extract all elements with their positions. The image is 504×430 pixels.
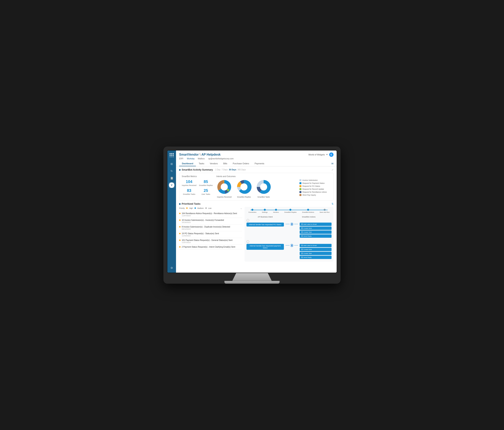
tab-vendors[interactable]: Vendors — [207, 161, 220, 166]
svg-point-9 — [221, 183, 228, 191]
legend-short-pay: Short Pay Inquiry — [299, 194, 331, 196]
flow-group-2: Internal Sender has requested payment st… — [246, 244, 332, 260]
charts-panel: Intents and Outcomes — [216, 175, 296, 198]
sidebar-icon-settings[interactable]: ⚙ — [169, 265, 174, 271]
flow-action-1-1[interactable]: ✓ Create Note — [300, 227, 332, 230]
task-text-4: 101 Payment Status Request(s) - General … — [182, 239, 233, 241]
metric-tasks-label: SmartBot Tasks — [182, 193, 197, 195]
collapse-btn-1[interactable]: ⌄ — [246, 219, 249, 222]
legend-label-record: Request for Record Update — [302, 188, 324, 190]
sidebar-icon-grid[interactable]: ⊞ — [169, 161, 174, 167]
legend-dot-record — [299, 188, 301, 190]
action-label-1-1: Create Note — [303, 227, 312, 229]
flow-action-2-0[interactable]: ✓ Add Label to Email — [300, 244, 332, 247]
tasks-panel: Priority High Medium Low ⌄ — [179, 207, 333, 262]
filter-7days[interactable]: 7 Days — [222, 169, 228, 171]
company-dropdown-icon[interactable]: ▾ — [326, 153, 328, 156]
task-text-5: 2 Payment Status Request(s) - Intent Cla… — [182, 246, 235, 248]
task-row-2: 8 Invoice Submission(s) - Duplicate Invo… — [179, 226, 242, 228]
legend-label-payment: Request for Payment Status — [302, 182, 325, 184]
task-item-1: 10 Invoice Submission(s) - Invoice(s) Fo… — [179, 218, 242, 225]
filter-30days[interactable]: 30 Days — [229, 169, 236, 171]
metrics-panel: SmartBot Metrics 104 Inquiries Received … — [182, 175, 213, 198]
flow-intent-1: Internal Sender has requested PO Status — [246, 223, 284, 227]
legend-dot-remittance — [299, 191, 301, 193]
sidebar-icon-vendor[interactable]: V — [169, 183, 174, 188]
flow-diagram-panel: Connection Settings Vendor — [244, 207, 333, 262]
flow-step-save-run: Save and Run — [320, 209, 330, 213]
erp-value[interactable]: Workday — [187, 158, 195, 160]
app-logo — [169, 153, 174, 158]
flow-action-1-3[interactable]: ✓ Send Reply — [300, 234, 332, 238]
action-label-1-3: Send Reply — [303, 235, 311, 237]
expand-icon[interactable]: ⤢ — [332, 168, 333, 171]
flow-action-2-1[interactable]: ✓ Create Note — [300, 248, 332, 251]
flow-action-1-2[interactable]: ✓ Create Task — [300, 230, 332, 234]
flow-step-label-replies: SmartBot Replies — [284, 211, 297, 213]
task-item-3: 19 PO Status Request(s) - Status(es) Sen… — [179, 231, 242, 238]
action-check-icon: ✓ — [301, 256, 303, 258]
mail-icon[interactable]: ✉ — [331, 161, 333, 166]
flow-step-label-settings: Settings — [262, 211, 268, 213]
smartbot-arrow-icon: ▶ — [179, 168, 181, 171]
legend-label-remittance: Request for Remittance Advice — [302, 191, 327, 193]
user-avatar[interactable]: E — [329, 153, 333, 157]
action-check-icon: ✓ — [301, 223, 303, 225]
svg-point-4 — [171, 155, 172, 156]
task-indicator-0 — [179, 213, 180, 214]
svg-point-3 — [170, 155, 171, 156]
tab-bills[interactable]: Bills — [220, 161, 230, 166]
tab-payments[interactable]: Payments — [252, 161, 267, 166]
task-list: 164 Remittance Advice Request(s) - Remit… — [179, 211, 242, 249]
smartbot-title-text: SmartBot Activity Summary — [182, 168, 213, 171]
task-date-2: 09/12/2023 — [182, 228, 242, 230]
tab-tasks[interactable]: Tasks — [196, 161, 207, 166]
metric-user-tasks-label: User Tasks — [198, 193, 213, 195]
tab-purchase-orders[interactable]: Purchase Orders — [230, 161, 252, 166]
filter-365days[interactable]: 365 Days — [237, 169, 246, 171]
tab-dashboard[interactable]: Dashboard — [179, 161, 196, 166]
chart-smartbot-tasks: SmartBot Tasks — [256, 179, 271, 198]
priority-dot-low — [205, 207, 207, 209]
task-row-3: 19 PO Status Request(s) - Status(es) Sen… — [179, 232, 242, 235]
main-content: SmartVendor \ AP Helpdesk World of Widge… — [176, 150, 337, 273]
flow-action-2-2[interactable]: ✓ Create Task — [300, 252, 332, 255]
action-label-2-0: Add Label to Email — [303, 245, 316, 247]
svg-point-8 — [173, 156, 174, 157]
sidebar: ⊞ ↻ 📋 V ⚙ — [167, 150, 176, 273]
metric-replies: 85 SmartBot Replies — [198, 179, 213, 186]
flow-action-1-0[interactable]: ✓ Add Label to Email — [300, 223, 332, 226]
flow-connector-1: 👤 — [286, 223, 298, 226]
task-date-1: 10/19/2023 — [182, 221, 242, 223]
chart-inquiries: Inquiries Received — [216, 179, 232, 198]
connector-line-2 — [286, 245, 289, 246]
collapse-btn-2[interactable]: ⌄ — [246, 240, 249, 243]
priority-dot-medium — [195, 207, 196, 209]
nav-tabs: Dashboard Tasks Vendors Bills Purchase O… — [179, 161, 333, 166]
flow-group-1-collapse: ⌄ — [246, 219, 332, 222]
task-item-2: 8 Invoice Submission(s) - Duplicate Invo… — [179, 225, 242, 231]
sidebar-icon-book[interactable]: 📋 — [169, 175, 174, 181]
flow-action-2-3[interactable]: ✓ Send Reply — [300, 256, 332, 259]
task-indicator-3 — [179, 233, 180, 234]
action-label-2-1: Create Note — [303, 249, 312, 250]
svg-point-0 — [170, 153, 171, 154]
task-text-2: 8 Invoice Submission(s) - Duplicate Invo… — [182, 226, 230, 228]
sort-icon[interactable]: ⇅ — [332, 202, 333, 205]
task-indicator-2 — [179, 226, 180, 228]
sidebar-icon-sync[interactable]: ↻ — [169, 168, 174, 174]
metric-tasks: 83 SmartBot Tasks — [182, 188, 197, 195]
chart-tasks-label: SmartBot Tasks — [258, 196, 270, 198]
time-filters: 1 Day 7 Days 30 Days 365 Days — [215, 169, 246, 171]
filter-1day[interactable]: 1 Day — [215, 169, 220, 171]
legend-invoice-submission: Invoice Submission — [299, 179, 331, 181]
flow-container: Connection Settings Vendor — [244, 207, 333, 262]
filter-chevron-icon[interactable]: ⌄ — [240, 207, 242, 210]
flow-person-icon-2: 👤 — [290, 244, 293, 247]
svg-point-6 — [170, 156, 171, 157]
task-row-0: 164 Remittance Advice Request(s) - Remit… — [179, 212, 242, 215]
flow-steps-bar: Connection Settings Vendor — [246, 209, 332, 213]
metric-user-tasks: 25 User Tasks — [198, 188, 213, 195]
flow-step-smartbot-replies: SmartBot Replies — [284, 209, 297, 213]
flow-connector-2: 👤 — [286, 244, 298, 247]
